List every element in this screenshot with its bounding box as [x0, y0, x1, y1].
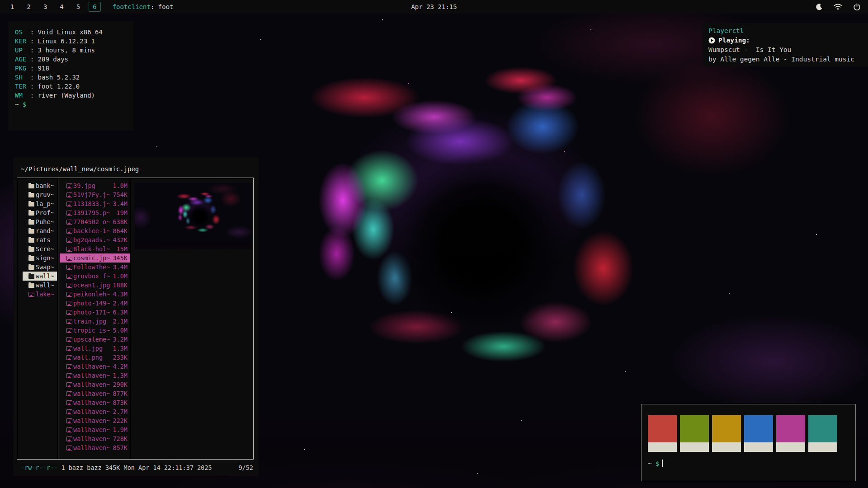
dir-name: Swap~ — [36, 263, 54, 271]
file-size: 4.3M — [113, 291, 127, 298]
fetch-value: 289 days — [38, 56, 68, 63]
image-file-icon — [66, 446, 72, 450]
file-row[interactable]: 1131833.j~3.4M — [60, 199, 130, 208]
palette-color — [808, 415, 837, 442]
file-row[interactable]: 51Vj7Fy.j~754K — [60, 190, 130, 199]
file-row[interactable]: wall.png233K — [60, 353, 130, 362]
power-icon[interactable] — [853, 3, 861, 11]
focused-app-name: footclient — [113, 3, 151, 10]
dir-item[interactable]: rand~ — [23, 226, 57, 235]
workspace-2[interactable]: 2 — [23, 2, 34, 12]
file-row[interactable]: 1391795.p~19M — [60, 208, 130, 217]
file-list-column: 39.jpg1.0M51Vj7Fy.j~754K1131833.j~3.4M13… — [58, 178, 130, 459]
file-row[interactable]: wallhaven~222K — [60, 416, 130, 425]
moon-icon[interactable] — [815, 3, 823, 11]
workspace-4[interactable]: 4 — [56, 2, 67, 12]
file-row[interactable]: upscaleme~3.2M — [60, 335, 130, 344]
file-name: wallhaven~ — [73, 417, 112, 424]
dir-item[interactable]: wall~ — [23, 272, 57, 281]
fetch-line: AGE:289 days — [15, 55, 133, 64]
dir-item[interactable]: lake~ — [23, 290, 57, 299]
file-row[interactable]: wallhaven~1.3M — [60, 371, 130, 380]
file-row[interactable]: tropic_is~5.0M — [60, 326, 130, 335]
file-row[interactable]: wallhaven~857K — [60, 443, 130, 452]
file-name: 1131833.j~ — [73, 200, 112, 207]
folder-icon — [28, 274, 34, 279]
folder-icon — [28, 202, 34, 206]
fetch-separator: : — [30, 55, 34, 64]
dir-item[interactable]: Swap~ — [23, 263, 57, 272]
file-row[interactable]: train.jpg2.1M — [60, 317, 130, 326]
dir-item[interactable]: Prof~ — [23, 208, 57, 217]
file-name: wallhaven~ — [73, 408, 112, 415]
fetch-value: bash 5.2.32 — [38, 74, 80, 81]
workspace-1[interactable]: 1 — [6, 2, 18, 12]
dir-name: rand~ — [36, 227, 54, 235]
fetch-info: OS:Void Linux x86_64KER:Linux 6.12.23_1U… — [15, 28, 133, 100]
file-row[interactable]: bg2qaads.~432K — [60, 235, 130, 244]
dir-item[interactable]: Puhe~ — [23, 217, 57, 226]
file-name: upscaleme~ — [73, 336, 112, 343]
file-name: 51Vj7Fy.j~ — [73, 191, 112, 198]
file-row[interactable]: photo-149~2.4M — [60, 299, 130, 308]
workspace-3[interactable]: 3 — [39, 2, 51, 12]
file-row[interactable]: wallhaven~873K — [60, 398, 130, 407]
workspace-5[interactable]: 5 — [72, 2, 84, 12]
dir-item[interactable]: sign~ — [23, 253, 57, 263]
file-name: wallhaven~ — [73, 444, 112, 451]
file-row[interactable]: 7704502_o~638K — [60, 217, 130, 226]
file-row[interactable]: wallhaven~1.9M — [60, 425, 130, 434]
file-size: 19M — [113, 209, 128, 216]
fetch-line: SH:bash 5.2.32 — [15, 73, 133, 82]
wifi-icon[interactable] — [834, 3, 842, 10]
dir-item[interactable]: la_p~ — [23, 199, 57, 208]
file-size: 1.9M — [113, 426, 127, 433]
palette-color — [776, 415, 805, 442]
file-row[interactable]: wallhaven~290K — [60, 380, 130, 389]
file-size: 222K — [113, 417, 127, 424]
file-row[interactable]: 39.jpg1.0M — [60, 181, 130, 190]
file-row[interactable]: gruvbox_f~1.0M — [60, 272, 130, 281]
image-file-icon — [66, 283, 72, 288]
file-row[interactable]: photo-171~6.3M — [60, 308, 130, 317]
file-row[interactable]: wallhaven~4.2M — [60, 362, 130, 371]
palette-swatch — [712, 415, 741, 452]
dir-item[interactable]: wall~ — [23, 281, 57, 290]
workspace-6[interactable]: 6 — [89, 2, 100, 12]
file-manager-window: ~/Pictures/wall_new/cosmic.jpeg bank~gru… — [13, 158, 259, 476]
player-status-line: Playing: — [708, 36, 868, 45]
file-name: Black-hol~ — [73, 245, 112, 253]
dir-item[interactable]: Scre~ — [23, 244, 57, 253]
player-track: Wumpscut - Is It You — [708, 45, 868, 55]
dir-item[interactable]: bank~ — [23, 181, 57, 190]
file-name: wall.png — [73, 354, 112, 361]
dir-item[interactable]: gruv~ — [23, 190, 57, 199]
file-row[interactable]: wallhaven~877K — [60, 389, 130, 398]
image-file-icon — [66, 418, 72, 423]
file-name: wall.jpg — [73, 345, 112, 352]
file-size: 5.0M — [113, 327, 127, 334]
focused-window-suffix: : foot — [151, 3, 174, 10]
fetch-separator: : — [30, 73, 34, 82]
folder-icon — [28, 283, 34, 288]
image-file-icon — [66, 427, 72, 432]
file-row[interactable]: cosmic.jp~345K — [60, 253, 130, 263]
file-size: 638K — [113, 218, 127, 225]
file-row[interactable]: Black-hol~15M — [60, 244, 130, 253]
file-row[interactable]: backiee-1~864K — [60, 226, 130, 235]
image-file-icon — [66, 274, 72, 279]
fetch-label: PKG — [15, 64, 26, 73]
file-row[interactable]: wall.jpg1.3M — [60, 344, 130, 353]
image-file-icon — [66, 436, 72, 441]
file-row[interactable]: FollowThe~3.4M — [60, 263, 130, 272]
bar-tray — [815, 3, 861, 11]
dir-item[interactable]: rats — [23, 235, 57, 244]
file-name: cosmic.jp~ — [73, 254, 112, 262]
file-row[interactable]: peikonleh~4.3M — [60, 290, 130, 299]
file-name: ocean1.jpg — [73, 282, 112, 289]
file-row[interactable]: ocean1.jpg188K — [60, 281, 130, 290]
fetch-separator: : — [30, 46, 34, 55]
file-row[interactable]: wallhaven~728K — [60, 434, 130, 443]
fetch-label: TER — [15, 82, 26, 91]
file-row[interactable]: wallhaven~2.7M — [60, 407, 130, 416]
